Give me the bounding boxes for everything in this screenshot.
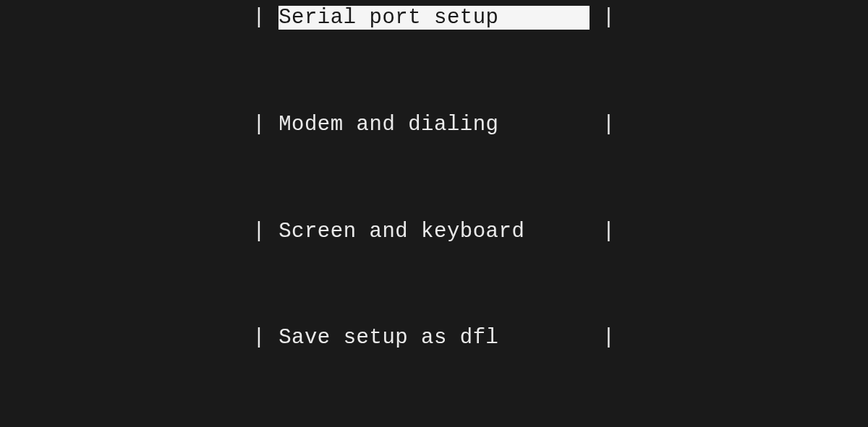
menu-item-serial-port-setup[interactable]: | Serial port setup | [252,0,615,35]
menu-item-screen-and-keyboard[interactable]: | Screen and keyboard | [252,214,615,249]
menu-item-modem-and-dialing[interactable]: | Modem and dialing | [252,107,615,142]
menu-item-save-setup-as-dfl[interactable]: | Save setup as dfl | [252,320,615,355]
configuration-menu: +-----[configuration]------+ | Filenames… [252,0,615,427]
